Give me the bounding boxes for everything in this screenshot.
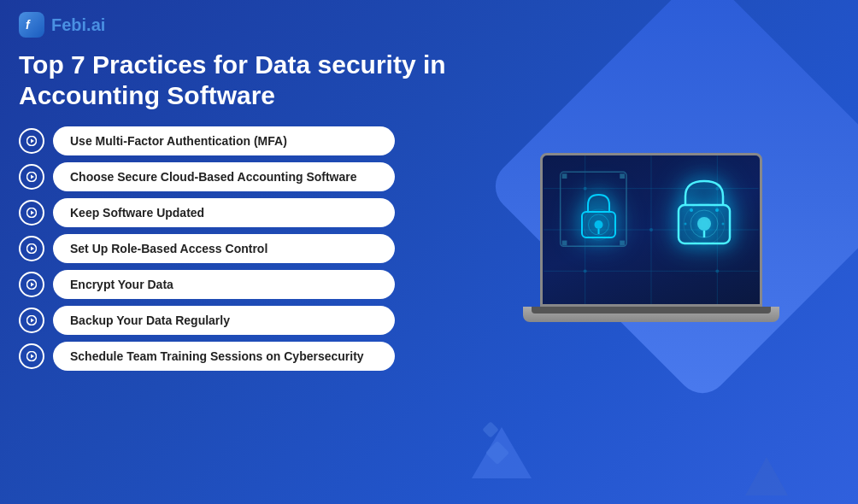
practice-item-6: Backup Your Data Regularly: [19, 306, 463, 335]
svg-point-42: [715, 208, 719, 212]
logo-icon: f: [19, 12, 44, 38]
svg-point-32: [594, 220, 602, 229]
lock-left: [568, 181, 628, 249]
practice-item-3: Keep Software Updated: [19, 198, 463, 227]
svg-rect-28: [620, 173, 625, 179]
practice-label-7: Schedule Team Training Sessions on Cyber…: [53, 342, 395, 371]
laptop-screen: [540, 153, 762, 307]
svg-marker-2: [31, 139, 34, 144]
svg-marker-4: [31, 175, 34, 179]
svg-point-37: [697, 217, 711, 231]
play-button-2[interactable]: [19, 164, 44, 190]
practice-item-4: Set Up Role-Based Access Control: [19, 234, 463, 263]
svg-text:f: f: [26, 18, 31, 32]
svg-point-44: [722, 223, 725, 226]
play-button-4[interactable]: [19, 236, 44, 261]
play-button-5[interactable]: [19, 272, 44, 297]
lock-right: [666, 168, 743, 254]
right-panel: [480, 50, 839, 487]
practice-label-4: Set Up Role-Based Access Control: [53, 234, 395, 263]
laptop-keyboard: [532, 307, 771, 314]
play-button-1[interactable]: [19, 128, 44, 154]
play-button-7[interactable]: [19, 343, 44, 369]
geo-triangle-left: [472, 427, 532, 478]
practice-label-6: Backup Your Data Regularly: [53, 306, 395, 335]
practices-list: Use Multi-Factor Authentication (MFA) Ch…: [19, 126, 463, 371]
svg-point-24: [584, 269, 587, 273]
geo-triangle-bottom: [745, 457, 788, 495]
practice-item-2: Choose Secure Cloud-Based Accounting Sof…: [19, 162, 463, 191]
laptop: [523, 153, 796, 401]
practice-item-7: Schedule Team Training Sessions on Cyber…: [19, 342, 463, 371]
svg-rect-27: [562, 173, 567, 179]
play-button-3[interactable]: [19, 200, 44, 226]
svg-marker-8: [31, 247, 34, 251]
svg-marker-6: [31, 211, 34, 215]
svg-point-22: [649, 228, 653, 231]
practice-label-5: Encrypt Your Data: [53, 270, 395, 299]
left-panel: Top 7 Practices for Data security in Acc…: [19, 50, 463, 487]
practice-label-1: Use Multi-Factor Authentication (MFA): [53, 126, 395, 155]
practice-label-2: Choose Secure Cloud-Based Accounting Sof…: [53, 162, 395, 191]
logo-text: Febi.ai: [51, 15, 105, 35]
main-container: f Febi.ai Top 7 Practices for Data secur…: [0, 0, 858, 504]
laptop-base: [523, 307, 779, 322]
svg-marker-14: [31, 355, 34, 359]
practice-item-1: Use Multi-Factor Authentication (MFA): [19, 126, 463, 155]
screen-content: [543, 155, 760, 304]
svg-marker-12: [31, 319, 34, 323]
practice-label-3: Keep Software Updated: [53, 198, 395, 227]
svg-point-41: [690, 208, 693, 212]
svg-marker-10: [31, 283, 34, 287]
practice-item-5: Encrypt Your Data: [19, 270, 463, 299]
svg-rect-29: [562, 241, 567, 246]
svg-point-25: [715, 269, 719, 273]
svg-point-43: [685, 223, 687, 226]
play-button-6[interactable]: [19, 308, 44, 333]
page-title: Top 7 Practices for Data security in Acc…: [19, 50, 463, 111]
content-area: Top 7 Practices for Data security in Acc…: [0, 50, 858, 504]
